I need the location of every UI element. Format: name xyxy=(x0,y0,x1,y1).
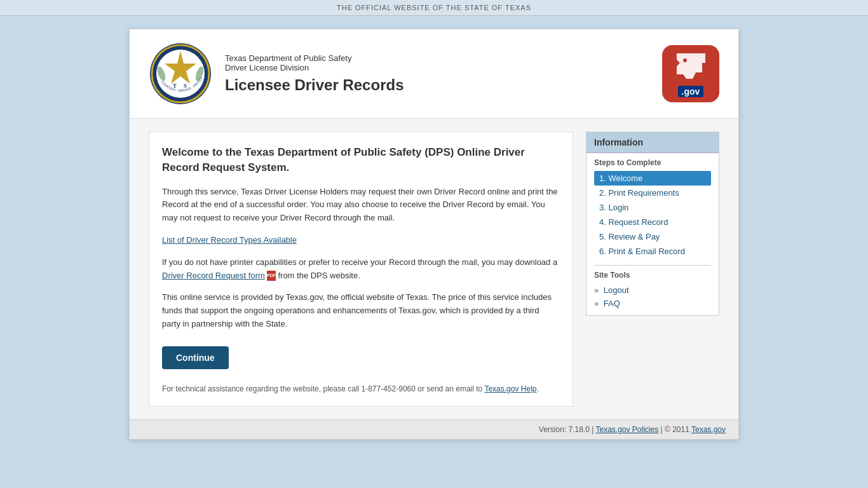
faq-item[interactable]: FAQ xyxy=(594,297,711,310)
sidebar-header: Information xyxy=(587,132,719,153)
policies-link[interactable]: Texas.gov Policies xyxy=(595,425,658,434)
sidebar: Information Steps to Complete 1. Welcome… xyxy=(586,132,719,407)
paragraph-3: This online service is provided by Texas… xyxy=(162,291,560,330)
header-left: T S DEPARTMENT OF PUBLIC SAFETY COURTESY… xyxy=(149,42,403,105)
tech-support-link[interactable]: Texas.gov Help xyxy=(484,384,536,393)
info-section: Information Steps to Complete 1. Welcome… xyxy=(586,132,719,316)
site-tools-label: Site Tools xyxy=(594,271,711,280)
agency-name: Texas Department of Public Safety xyxy=(225,53,403,63)
step-3[interactable]: 3. Login xyxy=(594,200,711,215)
division-name: Driver License Division xyxy=(225,63,403,72)
content-area: Welcome to the Texas Department of Publi… xyxy=(149,132,573,407)
paragraph-2-suffix: from the DPS website. xyxy=(276,271,360,280)
step-3-link[interactable]: 3. Login xyxy=(599,203,628,212)
texas-icon xyxy=(674,50,709,85)
logout-item[interactable]: Logout xyxy=(594,283,711,297)
svg-marker-12 xyxy=(677,53,705,79)
version-text: Version: 7.18.0 xyxy=(539,425,590,434)
step-2-link[interactable]: 2. Print Requirements xyxy=(599,188,679,198)
step-6[interactable]: 6. Print & Email Record xyxy=(594,244,711,259)
continue-button[interactable]: Continue xyxy=(162,346,229,369)
dps-seal: T S DEPARTMENT OF PUBLIC SAFETY COURTESY… xyxy=(149,42,212,105)
tech-support: For technical assistance regarding the w… xyxy=(162,384,560,393)
step-5-link[interactable]: 5. Review & Pay xyxy=(599,232,660,241)
step-2[interactable]: 2. Print Requirements xyxy=(594,186,711,200)
step-6-link[interactable]: 6. Print & Email Record xyxy=(599,247,685,256)
txgov-logo: .gov xyxy=(662,45,719,102)
step-4[interactable]: 4. Request Record xyxy=(594,215,711,229)
step-4-link[interactable]: 4. Request Record xyxy=(599,217,668,227)
steps-list: 1. Welcome 2. Print Requirements 3. Logi… xyxy=(594,171,711,259)
pdf-icon: PDF xyxy=(267,271,276,281)
paragraph-1: Through this service, Texas Driver Licen… xyxy=(162,186,560,225)
driver-record-form-link[interactable]: Driver Record Request form xyxy=(162,271,265,280)
steps-label: Steps to Complete xyxy=(594,158,711,167)
paragraph-2: If you do not have printer capabilities … xyxy=(162,256,560,283)
step-5[interactable]: 5. Review & Pay xyxy=(594,229,711,244)
page-footer: Version: 7.18.0 | Texas.gov Policies | ©… xyxy=(130,419,738,439)
step-1-link[interactable]: 1. Welcome xyxy=(599,173,642,183)
page-header: T S DEPARTMENT OF PUBLIC SAFETY COURTESY… xyxy=(130,29,738,119)
footer-sep2: | © 2011 xyxy=(661,425,691,434)
step-1[interactable]: 1. Welcome xyxy=(594,171,711,186)
top-bar: THE OFFICIAL WEBSITE OF THE STATE OF TEX… xyxy=(0,0,868,16)
welcome-heading: Welcome to the Texas Department of Publi… xyxy=(162,145,560,175)
tech-support-end: . xyxy=(536,384,538,393)
header-text: Texas Department of Public Safety Driver… xyxy=(225,53,403,94)
record-types-link-para: List of Driver Record Types Available xyxy=(162,234,560,247)
site-tools-list: Logout FAQ xyxy=(594,283,711,310)
sidebar-content: Steps to Complete 1. Welcome 2. Print Re… xyxy=(587,153,719,315)
paragraph-2-prefix: If you do not have printer capabilities … xyxy=(162,257,557,267)
logout-link[interactable]: Logout xyxy=(604,285,629,295)
record-types-link[interactable]: List of Driver Record Types Available xyxy=(162,235,297,245)
page-title: Licensee Driver Records xyxy=(225,76,403,94)
page-wrapper: T S DEPARTMENT OF PUBLIC SAFETY COURTESY… xyxy=(129,29,739,440)
svg-point-13 xyxy=(683,58,687,62)
divider xyxy=(594,265,711,266)
main-content: Welcome to the Texas Department of Publi… xyxy=(130,119,738,419)
txgov-footer-link[interactable]: Texas.gov xyxy=(691,425,726,434)
top-bar-text: THE OFFICIAL WEBSITE OF THE STATE OF TEX… xyxy=(337,4,531,11)
tech-support-text: For technical assistance regarding the w… xyxy=(162,384,484,393)
gov-badge: .gov xyxy=(678,86,704,97)
faq-link[interactable]: FAQ xyxy=(604,299,620,308)
